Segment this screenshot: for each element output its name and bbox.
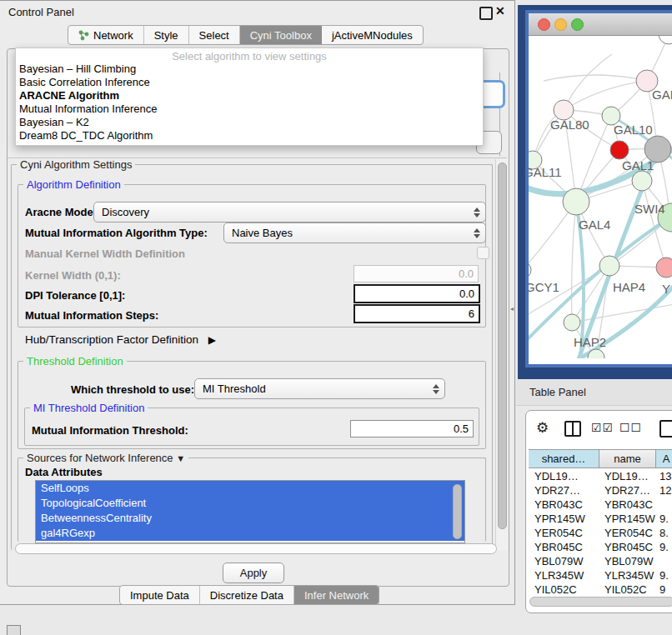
combo-stepper-icon xyxy=(474,228,480,238)
deselect-all-checkbox-icon[interactable]: ☐☐ xyxy=(619,421,642,434)
node-label: GAL80 xyxy=(550,118,589,132)
chevron-down-icon[interactable]: ▼ xyxy=(176,453,185,463)
new-table-icon[interactable] xyxy=(659,420,672,438)
table-row[interactable]: YPR145W YPR145W 9. xyxy=(529,512,672,526)
network-canvas[interactable]: GAL GAL80 GAL10 GAL1 GAL11 SWI4 GAL4 GCY… xyxy=(529,36,672,364)
mi-threshold-label: Mutual Information Threshold: xyxy=(32,424,188,437)
dpi-tolerance-field[interactable] xyxy=(354,284,480,303)
table-rows: YDL19… YDL19… 13 YDR27… YDR27… 12 YBR043… xyxy=(529,469,672,593)
node-hap2[interactable] xyxy=(564,314,580,331)
column-header-name[interactable]: name xyxy=(599,449,656,468)
dropdown-item-mutual-information[interactable]: Mutual Information Inference xyxy=(16,102,483,116)
tab-network-label: Network xyxy=(93,29,133,42)
tab-jactivemnodules[interactable]: jActiveMNodules xyxy=(322,26,423,44)
minimize-traffic-light[interactable] xyxy=(554,18,567,31)
collapsed-panel-icon[interactable] xyxy=(7,625,21,635)
node-gcy1[interactable] xyxy=(529,262,531,278)
float-window-icon[interactable] xyxy=(479,7,493,20)
node-label: GAL xyxy=(652,88,672,102)
sources-legend: Sources for Network Inference ▼ xyxy=(23,452,188,464)
settings-scrollbar-thumb[interactable] xyxy=(498,162,507,529)
table-row[interactable]: YLR345W YLR345W 9. xyxy=(529,568,672,582)
network-graph[interactable]: GAL GAL80 GAL10 GAL1 GAL11 SWI4 GAL4 GCY… xyxy=(529,36,672,358)
table-row[interactable]: YBL079W YBL079W xyxy=(529,554,672,568)
node-red[interactable] xyxy=(610,141,629,159)
kernel-width-field xyxy=(354,265,479,282)
node-label: SWI4 xyxy=(634,202,665,216)
manual-kernel-width-checkbox xyxy=(477,247,489,259)
dropdown-item-dream8[interactable]: Dream8 DC_TDC Algorithm xyxy=(16,129,483,142)
settings-scrollbar-track[interactable] xyxy=(495,159,508,551)
cyni-settings-legend: Cyni Algorithm Settings xyxy=(17,158,135,171)
network-view-window: GAL GAL80 GAL10 GAL1 GAL11 SWI4 GAL4 GCY… xyxy=(525,10,672,368)
data-attributes-list[interactable]: SelfLoops TopologicalCoefficient Between… xyxy=(35,480,465,543)
table-row[interactable]: YBR045C YBR045C 9. xyxy=(529,540,672,554)
network-tab-icon xyxy=(78,30,89,41)
tab-discretize-data[interactable]: Discretize Data xyxy=(200,586,294,604)
chevron-right-icon: ▶ xyxy=(208,334,216,346)
node-top-partial[interactable] xyxy=(659,36,672,44)
mi-algorithm-type-combobox[interactable]: Naive Bayes xyxy=(223,222,486,243)
mi-threshold-definition-legend: MI Threshold Definition xyxy=(30,402,148,414)
list-item[interactable]: gal4RGexp xyxy=(36,526,464,541)
aracne-mode-value: Discovery xyxy=(102,206,149,218)
node-label: Y xyxy=(662,282,670,296)
dropdown-item-basic-correlation[interactable]: Basic Correlation Inference xyxy=(16,76,483,89)
node-salmon[interactable] xyxy=(656,258,672,278)
list-item[interactable]: TopologicalCoefficient xyxy=(36,496,464,511)
algorithm-dropdown-popup: Select algorithm to view settings Bayesi… xyxy=(15,48,484,146)
tab-impute-data[interactable]: Impute Data xyxy=(120,586,200,604)
dropdown-item-bayesian-hill-climbing[interactable]: Bayesian – Hill Climbing xyxy=(16,62,483,76)
select-all-checkbox-icon[interactable]: ☑☑ xyxy=(591,421,614,434)
tab-select[interactable]: Select xyxy=(189,26,240,44)
node-label: GAL1 xyxy=(622,158,654,172)
list-item[interactable]: SelfLoops xyxy=(36,481,464,496)
tab-network[interactable]: Network xyxy=(68,26,144,44)
algorithm-definition-legend: Algorithm Definition xyxy=(23,178,124,191)
which-threshold-combobox[interactable]: MI Threshold xyxy=(194,378,445,399)
aracne-mode-combobox[interactable]: Discovery xyxy=(93,202,486,222)
node-label: GCY1 xyxy=(529,280,559,294)
column-header-shared-name[interactable]: shared… xyxy=(529,449,599,468)
control-panel-window: Control Panel ✕ Network Style Select Cyn… xyxy=(0,0,515,605)
mi-steps-field[interactable] xyxy=(354,304,480,323)
tab-style[interactable]: Style xyxy=(144,26,189,44)
mi-threshold-field[interactable] xyxy=(350,420,474,438)
dropdown-prompt: Select algorithm to view settings xyxy=(16,48,483,62)
apply-button[interactable]: Apply xyxy=(223,562,284,583)
close-traffic-light[interactable] xyxy=(538,18,550,31)
mi-steps-label: Mutual Information Steps: xyxy=(25,309,158,322)
tab-infer-network[interactable]: Infer Network xyxy=(294,586,379,604)
combo-stepper-icon xyxy=(433,384,439,394)
panel-divider-collapse-icon[interactable]: ◂ xyxy=(510,305,514,312)
which-threshold-label: Which threshold to use: xyxy=(71,383,194,396)
table-row[interactable]: YER054C YER054C 8. xyxy=(529,526,672,540)
network-window-titlebar[interactable] xyxy=(529,13,672,36)
hub-definition-toggle[interactable]: Hub/Transcription Factor Definition ▶ xyxy=(25,333,216,346)
gear-icon[interactable]: ⚙ xyxy=(536,419,549,437)
node-gal1[interactable] xyxy=(632,171,652,191)
table-row[interactable]: YIL052C YIL052C 9 xyxy=(529,582,672,593)
data-attributes-label: Data Attributes xyxy=(25,466,103,478)
table-hscrollbar-thumb[interactable] xyxy=(529,597,672,607)
table-row[interactable]: YBR043C YBR043C xyxy=(529,498,672,512)
table-panel-header: Table Panel xyxy=(516,380,672,406)
node-gal4[interactable] xyxy=(563,188,589,215)
close-icon[interactable]: ✕ xyxy=(495,4,505,18)
dropdown-item-bayesian-k2[interactable]: Bayesian – K2 xyxy=(16,116,483,129)
tab-cyni-toolbox[interactable]: Cyni Toolbox xyxy=(240,26,322,44)
cyni-bottom-tabbar: Impute Data Discretize Data Infer Networ… xyxy=(119,585,379,605)
zoom-traffic-light[interactable] xyxy=(571,18,584,31)
node-label: GAL11 xyxy=(529,165,562,179)
list-item[interactable]: BetweennessCentrality xyxy=(36,511,464,526)
table-row[interactable]: YDL19… YDL19… 13 xyxy=(529,469,672,483)
mi-algorithm-type-value: Naive Bayes xyxy=(232,227,293,239)
table-row[interactable]: YDR27… YDR27… 12 xyxy=(529,483,672,498)
column-layout-icon[interactable] xyxy=(564,421,581,437)
mi-algorithm-type-label: Mutual Information Algorithm Type: xyxy=(25,227,208,239)
dropdown-item-aracne[interactable]: ARACNE Algorithm xyxy=(16,89,483,102)
node-hap4[interactable] xyxy=(599,256,619,276)
column-header-partial[interactable]: A xyxy=(656,449,672,468)
list-scrollbar-thumb[interactable] xyxy=(453,484,462,539)
settings-hscrollbar-thumb[interactable] xyxy=(15,543,497,554)
